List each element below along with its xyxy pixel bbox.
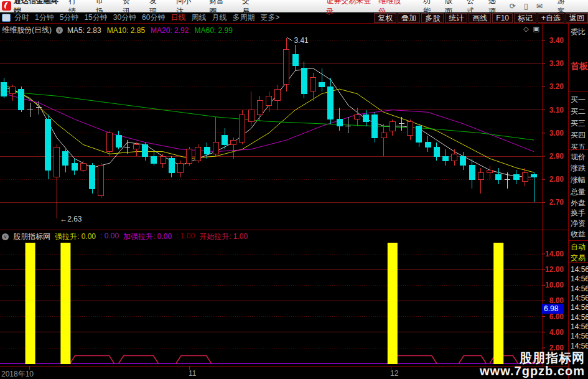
candle [284, 50, 289, 85]
timeframe-tab-周线[interactable]: 周线 [191, 12, 206, 23]
svg-text:6.98: 6.98 [544, 304, 559, 313]
timeframe-tab-多周期[interactable]: 多周期 [232, 12, 254, 23]
candle [443, 156, 449, 161]
sidebar-divider [569, 262, 588, 263]
svg-text:14.00: 14.00 [545, 250, 564, 258]
svg-text:3.41: 3.41 [294, 36, 309, 45]
candle [72, 163, 77, 170]
sidebar-item-涨跌: 涨跌 [571, 163, 586, 174]
svg-text:3.40: 3.40 [549, 36, 564, 45]
menubar: 通达信金融终端 行情市场资讯发现问小达财富圈交易 证券交易未登录维维股份 功能版… [0, 0, 588, 12]
candle [45, 119, 51, 171]
candle [213, 143, 218, 154]
candle [363, 115, 369, 121]
chart-mode-icon[interactable] [2, 14, 11, 22]
candle [10, 87, 16, 93]
candle [169, 159, 174, 172]
candle [275, 89, 281, 101]
window-icon[interactable]: ▣ [533, 25, 539, 33]
date-label: 11 [189, 369, 196, 378]
watermark-site-name: 股朋指标网 [480, 352, 585, 365]
toolbar-button-多股[interactable]: 多股 [421, 13, 444, 23]
collapse-icon[interactable]: ∨ [56, 27, 63, 34]
timeframe-tab-60分钟[interactable]: 60分钟 [142, 12, 165, 23]
candle [151, 156, 157, 163]
candle [381, 133, 386, 138]
timeframe-tab-5分钟[interactable]: 5分钟 [60, 12, 79, 23]
candle [478, 172, 483, 179]
indicator-value: : 0.00 [100, 232, 119, 242]
refresh-icon[interactable]: ⟳ [510, 2, 516, 11]
pulse-signal [176, 356, 212, 364]
collapse-icon[interactable]: ∨ [2, 233, 9, 240]
candle [142, 144, 148, 156]
sidebar-item-14:56: 14:56 [571, 265, 588, 274]
candle [160, 156, 166, 163]
ma-label: MA5: 2.83 [67, 26, 101, 35]
candle [469, 166, 475, 179]
toolbar-button-F10[interactable]: F10 [492, 13, 513, 23]
candle [107, 133, 113, 152]
pulse-signal [119, 356, 159, 364]
toolbar-button-返回[interactable]: 返回 [566, 13, 588, 23]
mail-icon[interactable]: ✉ [536, 2, 543, 11]
sidebar-divider [569, 240, 588, 241]
svg-text:10.00: 10.00 [545, 281, 564, 289]
sidebar-item-净资: 净资 [571, 218, 586, 229]
timeframe-tabs: 分时1分钟5分钟15分钟30分钟60分钟日线周线月线多周期更多> [14, 12, 279, 23]
timeframe-tab-30分钟[interactable]: 30分钟 [113, 12, 136, 23]
candle [257, 101, 263, 115]
svg-text:←2.63: ←2.63 [60, 215, 82, 223]
indicator-chart[interactable]: 14.0012.0010.008.006.004.002.006.98 [0, 230, 568, 367]
candle [98, 166, 104, 195]
ma-label: MA10: 2.85 [107, 26, 145, 35]
candle [248, 110, 254, 122]
toolbar-button-画线[interactable]: 画线 [469, 13, 491, 23]
timeframe-tab-分时[interactable]: 分时 [14, 12, 29, 23]
sidebar-item-外盘: 外盘 [571, 198, 586, 208]
date-label: 12 [390, 369, 398, 378]
main-chart-header: 维维股份(日线) ∨ MA5: 2.83MA10: 2.85MA20: 2.92… [2, 25, 233, 35]
timeframe-tab-月线[interactable]: 月线 [212, 12, 226, 23]
candle [134, 144, 139, 149]
sidebar-item-买一: 买一 [571, 95, 586, 105]
toolbar-button-复权[interactable]: 复权 [374, 13, 396, 23]
sidebar-item-买二: 买二 [571, 106, 586, 117]
sidebar-item-14:56: 14:56 [571, 313, 588, 322]
candle [63, 152, 68, 166]
month-tick [29, 367, 30, 370]
timeframe-tab-1分钟[interactable]: 1分钟 [35, 12, 54, 23]
candle [487, 170, 493, 172]
sidebar-item-自动[interactable]: 自动 [571, 242, 586, 253]
candle [337, 119, 342, 126]
svg-text:3.00: 3.00 [549, 129, 564, 138]
diamond-icon[interactable]: ◇ [523, 25, 528, 33]
ma-label: MA20: 2.92 [151, 26, 189, 35]
app-logo-icon [2, 1, 11, 11]
indicator-panel[interactable]: 14.0012.0010.008.006.004.002.006.98 ∨ 股朋… [0, 230, 568, 366]
status-text[interactable]: 证券交易未登录 [326, 0, 372, 17]
toolbar-button-标记[interactable]: 标记 [514, 13, 536, 23]
candle [301, 68, 307, 94]
candle [90, 166, 95, 189]
toolbar-button-统计[interactable]: 统计 [445, 13, 467, 23]
candle [195, 147, 201, 161]
mobile-icon[interactable]: ▯ [524, 2, 528, 11]
timeframe-tab-更多>[interactable]: 更多> [260, 12, 279, 23]
candlestick-chart[interactable]: 3.403.303.203.103.002.902.802.703.41←2.6… [0, 24, 568, 230]
toolbar-button-叠加[interactable]: 叠加 [398, 13, 420, 23]
candle [178, 163, 184, 172]
main-chart-panel[interactable]: 3.403.303.203.103.002.902.802.703.41←2.6… [0, 24, 568, 230]
sidebar-item-收益: 收益 [571, 229, 586, 240]
toolbar-button-+自选[interactable]: +自选 [538, 13, 564, 23]
sidebar-divider [569, 149, 588, 150]
timeframe-tab-日线[interactable]: 日线 [170, 12, 185, 23]
signal-bar [493, 243, 503, 364]
candle [496, 175, 502, 179]
svg-text:3.20: 3.20 [549, 82, 564, 91]
sidebar-divider [569, 91, 588, 92]
timeframe-tab-15分钟[interactable]: 15分钟 [84, 12, 107, 23]
sidebar-item-14:56: 14:56 [571, 332, 588, 340]
sidebar-item-14:56: 14:56 [571, 322, 588, 331]
quote-sidebar: 委比首板买一买二买三买四买五现价涨跌涨幅总量外盘换手净资收益自动交易14:561… [568, 24, 588, 379]
